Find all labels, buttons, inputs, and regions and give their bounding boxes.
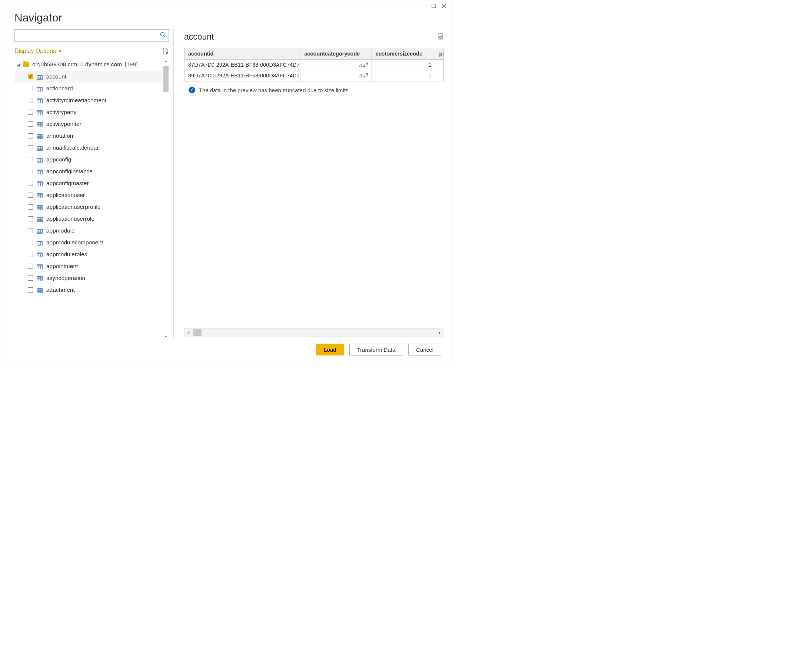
tree-scrollbar[interactable]: ⌃ ⌄	[163, 59, 169, 338]
column-header[interactable]: pr	[435, 48, 444, 59]
checkbox[interactable]	[28, 264, 33, 269]
scroll-right-icon[interactable]: ›	[435, 329, 444, 336]
checkbox[interactable]	[28, 157, 33, 162]
checkbox[interactable]	[28, 98, 33, 103]
checkbox[interactable]	[28, 110, 33, 115]
table-icon	[37, 240, 43, 245]
table-icon	[37, 110, 43, 115]
tree-item[interactable]: appconfiginstance	[14, 166, 162, 177]
tree-item[interactable]: activitymimeattachment	[14, 95, 162, 106]
scroll-down-icon[interactable]: ⌄	[164, 332, 168, 338]
maximize-button[interactable]	[429, 2, 439, 10]
checkbox[interactable]	[28, 122, 33, 127]
column-header[interactable]: customersizecode	[372, 48, 435, 59]
tree-item[interactable]: appmoduleroles	[14, 249, 162, 260]
navigator-tree: ◢ org0b539308.crm10.dynamics.com [199] ✓…	[14, 59, 162, 338]
preview-hscrollbar[interactable]: ‹ ›	[184, 328, 444, 337]
transform-data-button[interactable]: Transform Data	[350, 344, 403, 355]
hscroll-track[interactable]	[193, 328, 435, 337]
tree-item-label: appointment	[46, 263, 78, 270]
info-message: i The data in the preview has been trunc…	[184, 87, 444, 93]
collapse-icon[interactable]: ◢	[17, 62, 20, 67]
checkbox[interactable]	[28, 228, 33, 233]
tree-item[interactable]: applicationuserprofile	[14, 201, 162, 213]
add-table-icon[interactable]	[162, 47, 169, 55]
table-icon	[37, 181, 43, 186]
hscroll-thumb[interactable]	[193, 329, 201, 336]
tree-item-label: appmodule	[46, 227, 75, 234]
svg-rect-107	[37, 276, 43, 277]
tree-root[interactable]: ◢ org0b539308.crm10.dynamics.com [199]	[14, 59, 162, 71]
table-icon	[37, 98, 43, 103]
tree-item[interactable]: activitypointer	[14, 118, 162, 130]
checkbox[interactable]	[28, 86, 33, 91]
scroll-up-icon[interactable]: ⌃	[164, 59, 168, 66]
table-icon	[37, 252, 43, 257]
checkbox[interactable]	[28, 133, 33, 139]
table-icon	[37, 193, 43, 198]
tree-item[interactable]: appconfigmaster	[14, 177, 162, 189]
tree-item-label: applicationuser	[46, 192, 85, 198]
table-icon	[37, 217, 43, 221]
checkbox[interactable]: ✓	[28, 74, 33, 79]
column-header[interactable]: accountcategorycode	[301, 48, 372, 59]
svg-rect-65	[37, 193, 43, 194]
tree-item[interactable]: appmodulecomponent	[14, 236, 162, 249]
tree-item-label: applicationuserprofile	[46, 204, 101, 210]
table-icon	[37, 145, 43, 150]
tree-wrap: ◢ org0b539308.crm10.dynamics.com [199] ✓…	[14, 59, 169, 338]
scroll-left-icon[interactable]: ‹	[185, 329, 193, 336]
svg-rect-83	[37, 229, 43, 230]
svg-rect-0	[432, 4, 436, 8]
checkbox[interactable]	[28, 181, 33, 186]
tree-item[interactable]: ✓account	[14, 71, 162, 82]
tree-item[interactable]: activityparty	[14, 106, 162, 118]
table-row[interactable]: 87D7A7D0-292A-EB11-BF68-000D3AFC74D7null…	[185, 59, 444, 70]
search-bar[interactable]	[14, 29, 169, 42]
search-input[interactable]	[17, 30, 160, 41]
table-icon	[37, 229, 43, 233]
checkbox[interactable]	[28, 276, 33, 281]
display-options-dropdown[interactable]: Display Options ▼	[14, 48, 62, 55]
table-icon	[37, 288, 43, 293]
checkbox[interactable]	[28, 252, 33, 257]
tree-item-label: asyncoperation	[46, 275, 85, 281]
refresh-icon[interactable]	[438, 33, 444, 40]
tree-root-label: org0b539308.crm10.dynamics.com	[32, 61, 122, 68]
checkbox[interactable]	[28, 240, 33, 245]
checkbox[interactable]	[28, 145, 33, 150]
load-button[interactable]: Load	[316, 344, 344, 355]
tree-item[interactable]: appconfig	[14, 154, 162, 166]
tree-item[interactable]: appmodule	[14, 225, 162, 236]
tree-item[interactable]: asyncoperation	[14, 272, 162, 284]
tree-item[interactable]: actioncard	[14, 82, 162, 95]
table-icon	[37, 86, 43, 91]
svg-rect-113	[37, 288, 43, 289]
checkbox[interactable]	[28, 169, 33, 174]
svg-rect-29	[37, 122, 43, 123]
column-header[interactable]: accountid	[185, 48, 301, 59]
display-options-label: Display Options	[14, 48, 56, 55]
svg-rect-23	[37, 110, 43, 111]
cancel-button[interactable]: Cancel	[408, 344, 441, 355]
table-icon	[37, 276, 43, 281]
tree-item[interactable]: attachment	[14, 284, 162, 296]
checkbox[interactable]	[28, 204, 33, 210]
close-button[interactable]	[439, 2, 449, 10]
tree-item[interactable]: annualfiscalcalendar	[14, 142, 162, 154]
preview-header: account	[184, 29, 444, 44]
search-icon[interactable]	[160, 32, 166, 40]
checkbox[interactable]	[28, 287, 33, 293]
info-text: The data in the preview has been truncat…	[199, 87, 350, 93]
checkbox[interactable]	[28, 192, 33, 198]
scroll-track[interactable]	[163, 66, 169, 332]
checkbox[interactable]	[28, 216, 33, 221]
tree-item[interactable]: annotation	[14, 130, 162, 142]
left-panel: Display Options ▼ ◢ org0b539308.crm10.dy…	[14, 29, 174, 338]
table-row[interactable]: 89D7A7D0-292A-EB11-BF68-000D3AFC74D7null…	[185, 70, 444, 81]
tree-item[interactable]: appointment	[14, 260, 162, 272]
scroll-thumb[interactable]	[163, 66, 169, 92]
tree-item[interactable]: applicationuser	[14, 189, 162, 201]
tree-item-label: appmodulecomponent	[46, 239, 103, 246]
tree-item[interactable]: applicationuserrole	[14, 213, 162, 225]
